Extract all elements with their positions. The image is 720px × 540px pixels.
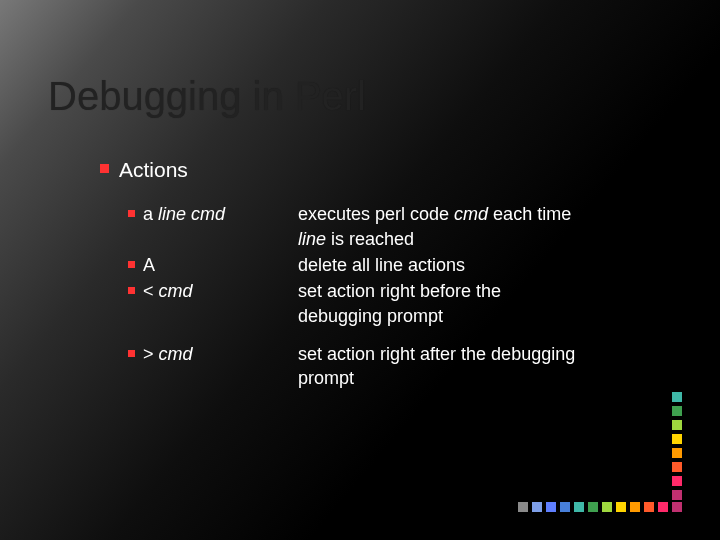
color-square-icon bbox=[560, 502, 570, 512]
slide-content: Actions a line cmd executes perl code cm… bbox=[100, 156, 588, 392]
command-text: A bbox=[143, 253, 155, 277]
color-square-icon bbox=[672, 406, 682, 416]
cmd-prefix: > bbox=[143, 344, 159, 364]
color-square-icon bbox=[546, 502, 556, 512]
color-square-icon bbox=[672, 392, 682, 402]
list-item: a line cmd executes perl code cmd each t… bbox=[128, 202, 588, 251]
cmd-prefix: a bbox=[143, 204, 158, 224]
color-square-icon bbox=[672, 420, 682, 430]
slide-title: Debugging in Perl bbox=[48, 74, 366, 119]
color-square-icon bbox=[672, 502, 682, 512]
command-description: set action right after the debugging pro… bbox=[298, 342, 588, 391]
command-text: < cmd bbox=[143, 279, 193, 303]
section-label: Actions bbox=[119, 156, 188, 184]
bullet-icon bbox=[128, 261, 135, 268]
color-square-icon bbox=[658, 502, 668, 512]
decorative-squares-horizontal bbox=[518, 502, 682, 512]
color-square-icon bbox=[672, 448, 682, 458]
bullet-icon bbox=[128, 350, 135, 357]
color-square-icon bbox=[574, 502, 584, 512]
section-actions: Actions bbox=[100, 156, 588, 184]
command-text: a line cmd bbox=[143, 202, 225, 226]
command-list: a line cmd executes perl code cmd each t… bbox=[128, 202, 588, 390]
color-square-icon bbox=[672, 476, 682, 486]
list-item: A delete all line actions bbox=[128, 253, 588, 277]
color-square-icon bbox=[518, 502, 528, 512]
command-description: executes perl code cmd each time line is… bbox=[298, 202, 588, 251]
command-description: set action right before the debugging pr… bbox=[298, 279, 588, 328]
command-text: > cmd bbox=[143, 342, 193, 366]
command-description: delete all line actions bbox=[298, 253, 465, 277]
color-square-icon bbox=[672, 434, 682, 444]
cmd-args: cmd bbox=[159, 344, 193, 364]
list-item: > cmd set action right after the debuggi… bbox=[128, 342, 588, 391]
color-square-icon bbox=[602, 502, 612, 512]
color-square-icon bbox=[630, 502, 640, 512]
cmd-prefix: A bbox=[143, 255, 155, 275]
bullet-icon bbox=[128, 287, 135, 294]
color-square-icon bbox=[616, 502, 626, 512]
bullet-icon bbox=[128, 210, 135, 217]
cmd-args: line cmd bbox=[158, 204, 225, 224]
bullet-icon bbox=[100, 164, 109, 173]
color-square-icon bbox=[672, 490, 682, 500]
cmd-prefix: < bbox=[143, 281, 159, 301]
color-square-icon bbox=[532, 502, 542, 512]
color-square-icon bbox=[644, 502, 654, 512]
decorative-squares-vertical bbox=[672, 392, 682, 500]
cmd-args: cmd bbox=[159, 281, 193, 301]
list-item: < cmd set action right before the debugg… bbox=[128, 279, 588, 328]
color-square-icon bbox=[672, 462, 682, 472]
color-square-icon bbox=[588, 502, 598, 512]
